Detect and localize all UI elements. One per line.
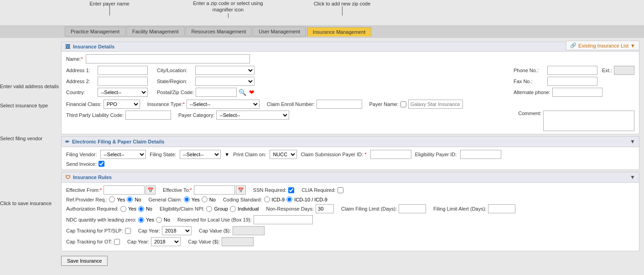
payer-category-select[interactable]: --Select-- <box>216 111 289 120</box>
filing-state-label: Filing State: <box>150 152 176 157</box>
clia-required-checkbox[interactable] <box>338 187 343 193</box>
non-response-days-input[interactable] <box>316 204 334 213</box>
eligibility-individual-radio[interactable] <box>230 206 236 212</box>
eligibility-id-input[interactable] <box>460 150 501 159</box>
filing-vendor-select[interactable]: --Select-- <box>100 150 146 159</box>
submission-id-input[interactable] <box>370 150 411 159</box>
annotation-payer-name: Enter payer name <box>87 1 132 16</box>
save-insurance-button[interactable]: Save Insurance <box>61 256 108 266</box>
ndc-no-radio[interactable] <box>156 217 162 223</box>
zip-favorite-button[interactable]: ❤ <box>248 89 255 96</box>
insurance-rules-header: 🛡 Insurance Rules ▼ <box>62 172 639 183</box>
auth-yes-label: Yes <box>128 206 136 212</box>
general-claim-yes-radio[interactable] <box>184 196 190 202</box>
tab-practice-management[interactable]: Practice Management <box>65 26 125 37</box>
effective-to-input[interactable] <box>194 185 235 195</box>
auth-no-radio[interactable] <box>138 206 144 212</box>
filing-limit-alert-input[interactable] <box>488 204 515 213</box>
cap-value2-input[interactable] <box>222 237 254 246</box>
insurance-type-label: Insurance Type:* <box>147 101 185 107</box>
cap-ot-label: Cap Tracking for OT: <box>66 239 112 244</box>
eligibility-individual-label: Individual <box>238 206 259 212</box>
cap-pt-checkbox[interactable] <box>125 228 131 234</box>
address2-input[interactable] <box>98 77 148 86</box>
claim-filing-limit-input[interactable] <box>399 204 426 213</box>
auth-yes-radio[interactable] <box>120 206 126 212</box>
cap-year1-label: Cap Year: <box>138 228 160 233</box>
payer-category-label: Payer Category: <box>178 112 214 118</box>
phone-label: Phone No.: <box>514 68 545 73</box>
postal-input[interactable] <box>196 88 237 97</box>
effective-from-calendar-button[interactable]: 📅 <box>145 185 156 195</box>
tab-resources-management[interactable]: Resources Management <box>186 26 252 37</box>
insurance-details-icon: 🖼 <box>65 44 70 49</box>
cap-year2-select[interactable]: 2018 <box>151 237 181 246</box>
general-claim-no-radio[interactable] <box>202 196 208 202</box>
ssn-required-label: SSN Required: <box>253 187 286 193</box>
tab-insurance-management[interactable]: Insurance Management <box>307 27 372 37</box>
third-party-input[interactable] <box>125 111 171 120</box>
name-input[interactable] <box>86 54 250 63</box>
financial-class-select[interactable]: PPO <box>104 100 140 109</box>
effective-from-input[interactable] <box>104 185 145 195</box>
coding-icd9-radio[interactable] <box>264 196 270 202</box>
ndc-yes-label: Yes <box>146 217 154 222</box>
existing-insurance-button[interactable]: 🔗 Existing Insurance List ▼ <box>566 41 639 50</box>
auth-required-label: Authorization Required: <box>66 206 119 212</box>
eligibility-group-radio[interactable] <box>206 206 212 212</box>
insurance-type-select[interactable]: --Select-- <box>187 100 260 109</box>
annotation-insurance-type: Select insurance type <box>0 103 59 108</box>
electronic-filing-title: Electronic Filing & Paper Claim Details <box>72 139 164 144</box>
fax-input[interactable] <box>547 77 597 86</box>
effective-to-calendar-button[interactable]: 📅 <box>236 185 246 195</box>
insurance-details-panel: 🖼 Insurance Details Name:* <box>61 42 639 134</box>
effective-to-label: Effective To:* <box>163 187 192 193</box>
name-label: Name:* <box>66 56 83 62</box>
comment-textarea[interactable] <box>543 111 634 131</box>
filing-limit-alert-label: Filing Limit Alert (Days): <box>433 206 486 212</box>
cap-value1-input[interactable] <box>233 226 265 235</box>
city-select[interactable] <box>195 66 254 75</box>
country-select[interactable]: --Select-- <box>98 88 148 97</box>
claim-enroll-input[interactable] <box>317 100 362 109</box>
electronic-filing-panel: ✏ Electronic Filing & Paper Claim Detail… <box>61 136 639 170</box>
icd10-label: ICD-10 / ICD-9 <box>294 197 327 202</box>
tab-user-management[interactable]: User Management <box>253 26 306 37</box>
send-invoice-checkbox[interactable] <box>99 161 104 167</box>
ref-provider-yes-label: Yes <box>117 197 125 202</box>
payer-name-checkbox[interactable] <box>400 101 406 107</box>
tab-facility-management[interactable]: Facility Management <box>126 26 185 37</box>
financial-class-label: Financial Class: <box>66 101 102 107</box>
address1-input[interactable] <box>98 66 148 75</box>
phone-input[interactable] <box>547 66 597 75</box>
cap-year1-select[interactable]: 2018 <box>162 226 192 235</box>
ndc-yes-radio[interactable] <box>138 217 144 223</box>
auth-no-label: No <box>146 206 152 212</box>
reserved-input[interactable] <box>254 215 313 224</box>
payer-name-label: Payer Name: <box>369 101 399 107</box>
print-claim-select[interactable]: NUCC <box>270 150 297 159</box>
rules-icon: 🛡 <box>65 175 70 180</box>
zip-search-button[interactable]: 🔍 <box>238 89 247 96</box>
state-select[interactable] <box>195 77 254 86</box>
clia-required-label: CLIA Required: <box>301 187 336 193</box>
eligibility-npi-label: Eligibility/Claim NPI: <box>160 206 204 212</box>
address1-label: Address 1: <box>66 68 96 73</box>
filing-state-select[interactable]: --Select-- <box>180 150 221 159</box>
ref-provider-no-radio[interactable] <box>127 196 133 202</box>
cap-ot-checkbox[interactable] <box>114 239 120 245</box>
ssn-required-checkbox[interactable] <box>288 187 294 193</box>
icd9-label: ICD-9 <box>272 197 285 202</box>
payer-name-input[interactable] <box>408 100 463 109</box>
claim-enroll-label: Claim Enroll Number: <box>267 101 315 107</box>
rules-collapse-button[interactable]: ▼ <box>630 174 635 180</box>
coding-icd10-radio[interactable] <box>286 196 292 202</box>
third-party-label: Third Party Liability Code: <box>66 112 124 118</box>
filing-collapse-button[interactable]: ▼ <box>630 138 635 145</box>
coding-standard-label: Coding Standard: <box>223 197 262 202</box>
ref-provider-yes-radio[interactable] <box>109 196 115 202</box>
general-claim-no-label: No <box>209 197 216 202</box>
annotation-zip: Enter a zip code or select using magnifi… <box>192 0 265 18</box>
ext-input[interactable] <box>614 66 634 75</box>
alt-phone-input[interactable] <box>552 88 602 97</box>
